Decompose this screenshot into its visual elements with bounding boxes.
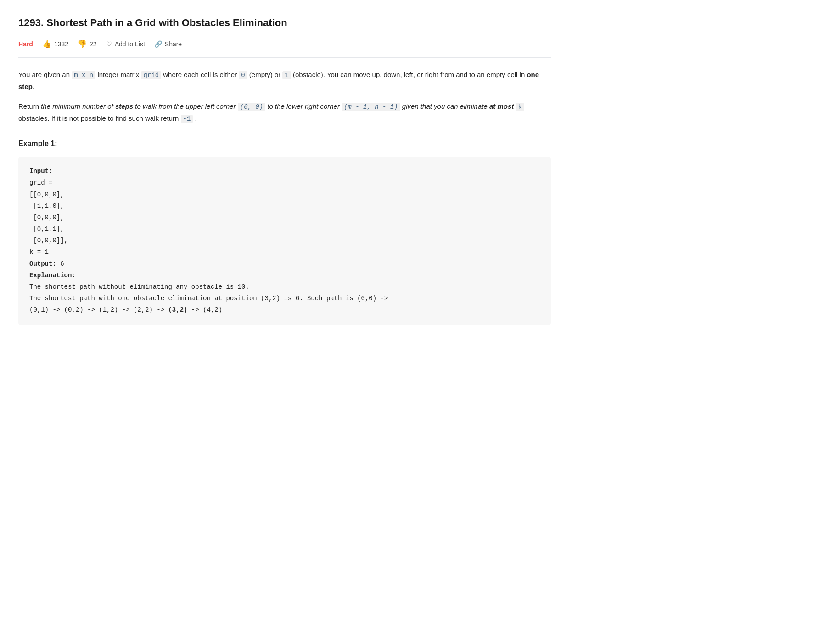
description-paragraph-1: You are given an m x n integer matrix gr… [18, 69, 551, 93]
code-zero: 0 [239, 71, 247, 79]
dislikes-button[interactable]: 👎 22 [78, 38, 97, 50]
steps-bold: steps [115, 102, 133, 110]
problem-title: 1293. Shortest Path in a Grid with Obsta… [18, 15, 551, 31]
description-paragraph-2: Return the minimum number of steps to wa… [18, 101, 551, 125]
share-label: Share [165, 39, 182, 49]
problem-description: You are given an m x n integer matrix gr… [18, 69, 551, 125]
thumbs-up-icon: 👍 [42, 38, 51, 50]
code-end-coords: (m - 1, n - 1) [342, 103, 400, 111]
code-k: k [516, 103, 524, 111]
atmost-bold: at most [489, 102, 514, 110]
example-1-title: Example 1: [18, 138, 551, 150]
code-m: m x n [72, 71, 95, 79]
share-icon: 🔗 [154, 39, 162, 49]
likes-button[interactable]: 👍 1332 [42, 38, 68, 50]
difficulty-badge: Hard [18, 39, 33, 49]
thumbs-down-icon: 👎 [78, 38, 87, 50]
example-1-section: Example 1: Input: grid = [[0,0,0], [1,1,… [18, 138, 551, 325]
return-italic: the minimum number of steps to walk from… [41, 102, 514, 110]
meta-bar: Hard 👍 1332 👎 22 ♡ Add to List 🔗 Share [18, 38, 551, 58]
example-1-code-text: Input: grid = [[0,0,0], [1,1,0], [0,0,0]… [29, 168, 388, 314]
example-1-code: Input: grid = [[0,0,0], [1,1,0], [0,0,0]… [18, 157, 551, 325]
code-grid: grid [141, 71, 161, 79]
share-button[interactable]: 🔗 Share [154, 39, 182, 49]
code-start: (0, 0) [238, 103, 265, 111]
add-to-list-label: Add to List [115, 39, 145, 49]
one-step-bold: one step [18, 71, 539, 91]
code-one: 1 [282, 71, 291, 79]
add-to-list-icon: ♡ [106, 39, 112, 49]
likes-count: 1332 [54, 39, 68, 49]
dislikes-count: 22 [90, 39, 97, 49]
code-neg1: -1 [181, 115, 193, 123]
add-to-list-button[interactable]: ♡ Add to List [106, 39, 145, 49]
